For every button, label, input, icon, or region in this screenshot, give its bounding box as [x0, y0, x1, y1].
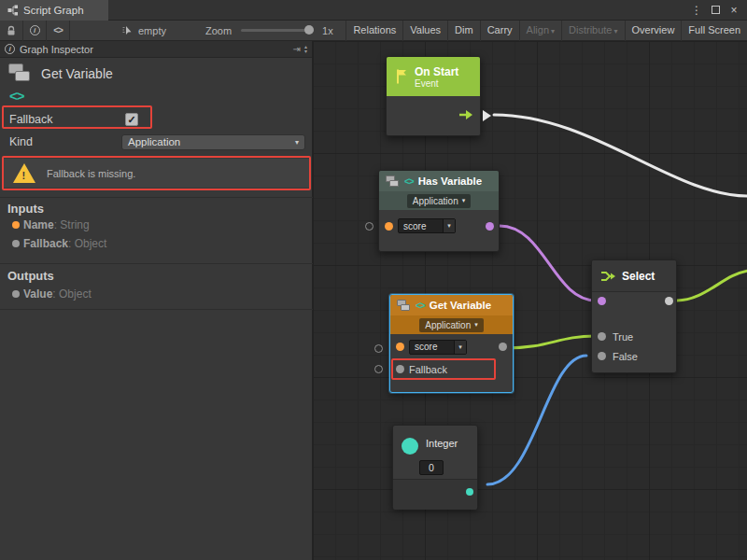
integer-type-icon	[402, 438, 418, 455]
window-controls: ⋮ ×	[689, 3, 747, 18]
bool-output-port[interactable]	[486, 222, 494, 231]
output-row-value: Value : Object	[0, 286, 313, 302]
input-row-name: Name : String	[0, 217, 313, 233]
variables-icon	[386, 175, 400, 188]
get-variable-header: <> Get Variable	[390, 295, 513, 315]
zoom-slider-knob[interactable]	[304, 25, 314, 35]
graph-inspector-panel: i Graph Inspector ⇥ ▴▾ Get Variable <> F…	[0, 41, 313, 560]
fallback-port[interactable]	[396, 365, 404, 373]
value-output-port[interactable]	[499, 343, 507, 351]
object-port-icon	[12, 290, 20, 298]
integer-output-port[interactable]	[466, 488, 473, 496]
string-port-icon	[12, 221, 20, 229]
fallback-checkbox[interactable]: ✓	[125, 113, 138, 126]
control-output-port[interactable]	[483, 110, 491, 121]
external-port[interactable]	[365, 222, 374, 231]
relations-button[interactable]: Relations	[345, 21, 402, 41]
carry-button[interactable]: Carry	[480, 21, 519, 41]
name-input-row: score ▾	[379, 215, 499, 237]
node-title: Has Variable	[418, 175, 482, 187]
fullscreen-button[interactable]: Full Screen	[681, 21, 747, 41]
node-has-variable[interactable]: <> Has Variable Application ▾ score ▾	[378, 170, 500, 252]
input-row-fallback: Fallback : Object	[0, 235, 313, 252]
lock-icon	[6, 25, 17, 36]
title-bar: Script Graph ⋮ ×	[0, 0, 747, 21]
warning-box: ! Fallback is missing.	[4, 159, 309, 188]
dock-icon[interactable]: ⇥	[293, 44, 301, 54]
object-port-icon	[12, 240, 20, 247]
kind-row: Kind Application ▾	[0, 132, 313, 152]
zoom-label: Zoom	[205, 25, 232, 36]
cursor-icon	[122, 25, 134, 36]
fallback-label: Fallback	[9, 113, 53, 126]
code-icon: <>	[404, 176, 414, 187]
get-variable-kind-row: Application ▾	[390, 315, 513, 334]
close-icon[interactable]: ×	[726, 3, 741, 18]
inspect-button[interactable]: i	[23, 21, 47, 41]
empty-label: empty	[138, 25, 166, 36]
script-graph-tab[interactable]: Script Graph	[0, 0, 108, 21]
has-variable-header: <> Has Variable	[379, 171, 499, 191]
info-icon: i	[5, 44, 15, 54]
scroll-arrows-icon[interactable]: ▴▾	[304, 45, 307, 54]
warning-text: Fallback is missing.	[47, 168, 135, 179]
lock-button[interactable]	[0, 21, 23, 41]
values-button[interactable]: Values	[402, 21, 447, 41]
wire-select-output[interactable]	[677, 271, 747, 301]
selection-info: empty	[122, 25, 166, 36]
wire-getvariable-to-select-true[interactable]	[505, 336, 596, 348]
string-port[interactable]	[385, 222, 393, 231]
node-title: Get Variable	[430, 300, 491, 311]
external-port[interactable]	[374, 344, 383, 353]
variable-name-dropdown[interactable]: score ▾	[398, 218, 456, 233]
false-row: False	[592, 347, 678, 366]
result-output-port[interactable]	[665, 297, 673, 305]
code-icon: <>	[9, 88, 24, 104]
external-port[interactable]	[374, 365, 383, 373]
code-icon: <>	[53, 25, 63, 35]
string-port[interactable]	[396, 343, 404, 351]
on-start-header: On Start Event	[387, 57, 480, 96]
inspector-title: Graph Inspector	[20, 44, 93, 55]
node-title: On Start	[415, 65, 458, 78]
unity-script-graph-window: Script Graph ⋮ × i <> empty Zo	[0, 0, 747, 560]
node-select[interactable]: Select True False	[591, 259, 677, 373]
true-input-port[interactable]	[598, 332, 606, 341]
chevron-down-icon: ▾	[614, 27, 618, 35]
maximize-icon[interactable]	[708, 3, 723, 18]
toolbar-buttons: Relations Values Dim Carry Align▾ Distri…	[345, 21, 747, 41]
overview-button[interactable]: Overview	[625, 21, 682, 41]
integer-value-field[interactable]: 0	[419, 460, 444, 475]
chevron-down-icon: ▾	[454, 341, 466, 354]
tab-label: Script Graph	[23, 5, 84, 16]
on-start-body	[387, 96, 480, 135]
code-preview-button[interactable]: <>	[47, 21, 70, 41]
dim-button[interactable]: Dim	[447, 21, 480, 41]
wires-layer	[313, 41, 747, 560]
select-header: Select	[592, 260, 676, 292]
variables-icon	[8, 63, 33, 84]
node-on-start[interactable]: On Start Event	[386, 56, 481, 136]
kind-dropdown[interactable]: Application ▾	[407, 194, 471, 208]
flow-arrow-icon	[458, 109, 473, 120]
has-variable-kind-row: Application ▾	[379, 191, 499, 210]
wire-control-onstart[interactable]	[494, 115, 747, 196]
selector-input-port[interactable]	[598, 297, 606, 305]
graph-canvas[interactable]: On Start Event <> Has Variable	[313, 41, 747, 560]
variables-icon	[397, 300, 411, 312]
name-input-row: score ▾	[390, 337, 513, 357]
zoom-slider[interactable]	[241, 29, 314, 32]
align-button: Align▾	[519, 21, 561, 41]
wire-hasvariable-to-select[interactable]	[500, 226, 596, 301]
chevron-down-icon: ▾	[474, 321, 478, 329]
kind-dropdown[interactable]: Application ▾	[121, 134, 305, 150]
variable-name-dropdown[interactable]: score ▾	[409, 340, 467, 355]
node-integer[interactable]: Integer 0	[392, 425, 478, 509]
kind-dropdown[interactable]: Application ▾	[419, 318, 483, 332]
window-menu-icon[interactable]: ⋮	[689, 3, 704, 18]
false-input-port[interactable]	[598, 352, 606, 360]
inspector-header: i Graph Inspector ⇥ ▴▾	[0, 41, 312, 58]
true-row: True	[592, 328, 678, 346]
fallback-port-label: Fallback	[409, 364, 447, 375]
node-get-variable[interactable]: <> Get Variable Application ▾ score ▾ F	[389, 294, 514, 393]
